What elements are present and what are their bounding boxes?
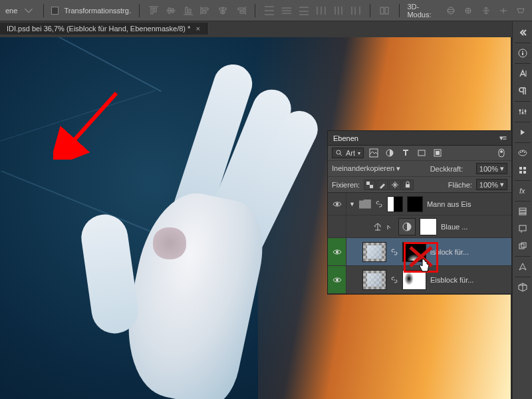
visibility-toggle[interactable]: [328, 238, 346, 265]
visibility-toggle[interactable]: [328, 215, 346, 237]
notes-panel-icon[interactable]: [513, 220, 532, 237]
lock-transparency-icon[interactable]: [364, 180, 376, 190]
adjustment-mask-thumbnail[interactable]: [420, 218, 437, 235]
color-panel-icon[interactable]: [513, 144, 532, 162]
lock-position-icon[interactable]: [389, 180, 401, 190]
roll-3d-icon[interactable]: [462, 5, 474, 17]
lock-fill-row: Fixieren: Fläche: 100%▾: [328, 177, 511, 193]
align-vcenter-icon[interactable]: [165, 5, 177, 17]
align-right-icon[interactable]: [235, 5, 247, 17]
navigator-panel-icon[interactable]: [513, 258, 532, 275]
filter-pixel-icon[interactable]: [368, 148, 380, 158]
layer-list: ▼ Mann aus Eis Blaue ...: [328, 193, 511, 294]
auto-align-icon[interactable]: [378, 5, 390, 17]
layer-row[interactable]: Eisblock für...: [328, 266, 511, 294]
distribute-hcenter-icon[interactable]: [332, 5, 344, 17]
svg-rect-15: [523, 167, 526, 170]
layer-name[interactable]: isblock für...: [430, 248, 511, 256]
zoom-3d-icon[interactable]: [515, 5, 527, 17]
options-bar: ene Transformationsstrg. 3D-Modus:: [0, 0, 532, 21]
distribute-top-icon[interactable]: [263, 5, 275, 17]
layer-filter-row: Art ▾: [328, 146, 511, 161]
slide-3d-icon[interactable]: [497, 5, 509, 17]
distribute-right-icon[interactable]: [350, 5, 362, 17]
opacity-input[interactable]: 100%▾: [476, 163, 507, 174]
svg-point-36: [336, 203, 338, 205]
layer-name[interactable]: Eisblock für...: [430, 276, 511, 284]
lock-all-icon[interactable]: [402, 180, 414, 190]
distribute-left-icon[interactable]: [315, 5, 327, 17]
opacity-label: Deckkraft:: [430, 165, 464, 173]
rail-expand-icon[interactable]: [513, 24, 532, 41]
blend-mode-dropdown[interactable]: Ineinanderkopieren ▾: [332, 164, 417, 173]
info-panel-icon[interactable]: [513, 45, 532, 62]
right-panel-rail: fx: [512, 21, 532, 399]
adjustments-panel-icon[interactable]: [513, 103, 532, 120]
panel-tab-bar: Ebenen ▾≡: [328, 131, 511, 146]
layer-group-row[interactable]: ▼ Mann aus Eis: [328, 193, 511, 215]
align-hcenter-icon[interactable]: [217, 5, 229, 17]
filter-shape-icon[interactable]: [416, 148, 428, 158]
group-collapse-icon[interactable]: ▼: [349, 201, 355, 207]
layer-name[interactable]: Mann aus Eis: [427, 200, 511, 208]
visibility-toggle[interactable]: [328, 266, 346, 293]
layer-name[interactable]: Blaue ...: [441, 223, 511, 231]
divider: [399, 4, 400, 17]
swatches-panel-icon[interactable]: [513, 162, 532, 179]
history-panel-icon[interactable]: [513, 203, 532, 220]
svg-point-12: [522, 151, 523, 152]
panel-menu-icon[interactable]: ▾≡: [499, 134, 506, 142]
styles-panel-icon[interactable]: fx: [513, 182, 532, 200]
adjustment-thumbnail[interactable]: [398, 218, 416, 235]
transform-controls-label: Transformationsstrg.: [64, 7, 130, 15]
layer-thumbnail[interactable]: [362, 242, 386, 262]
layer-row-selected[interactable]: isblock für...: [328, 238, 511, 266]
svg-rect-21: [519, 213, 526, 215]
layers-tab[interactable]: Ebenen: [333, 134, 358, 142]
filter-type-text-icon[interactable]: [400, 148, 412, 158]
align-left-icon[interactable]: [200, 5, 211, 17]
filter-toggle-switch[interactable]: [495, 148, 507, 158]
distribute-bottom-icon[interactable]: [298, 5, 310, 17]
document-tab[interactable]: IDI.psd bei 36,7% (Eisblock für Hand, Eb…: [0, 23, 207, 35]
svg-point-3: [448, 9, 454, 12]
group-mask-thumbnail-2[interactable]: [407, 196, 423, 212]
svg-rect-33: [366, 182, 370, 185]
group-mask-thumbnail[interactable]: [387, 196, 403, 212]
filter-adjustment-icon[interactable]: [384, 148, 396, 158]
layer-mask-thumbnail[interactable]: [402, 242, 426, 262]
svg-line-5: [70, 93, 116, 145]
fill-input[interactable]: 100%▾: [476, 179, 507, 190]
svg-rect-1: [385, 7, 388, 14]
options-label-truncated: ene: [5, 7, 17, 15]
3d-panel-icon[interactable]: [513, 279, 532, 296]
filter-type-dropdown[interactable]: Art ▾: [332, 148, 364, 158]
blend-opacity-row: Ineinanderkopieren ▾ Deckkraft: 100%▾: [328, 161, 511, 177]
actions-panel-icon[interactable]: [513, 124, 532, 141]
transform-controls-checkbox[interactable]: [51, 7, 59, 15]
svg-rect-14: [519, 167, 522, 170]
align-bottom-icon[interactable]: [182, 5, 194, 17]
pan-3d-icon[interactable]: [480, 5, 492, 17]
fill-label: Fläche:: [448, 181, 472, 189]
svg-rect-35: [406, 184, 410, 188]
clone-source-panel-icon[interactable]: [513, 237, 532, 255]
options-dropdown[interactable]: [23, 5, 35, 17]
svg-rect-17: [523, 171, 526, 174]
close-icon[interactable]: ×: [196, 25, 200, 33]
align-top-icon[interactable]: [148, 5, 160, 17]
divider: [370, 4, 370, 17]
orbit-3d-icon[interactable]: [445, 5, 457, 17]
clip-icon: [386, 223, 394, 231]
paragraph-panel-icon[interactable]: [513, 82, 532, 100]
layer-thumbnail[interactable]: [362, 270, 386, 290]
lock-pixels-icon[interactable]: [376, 180, 388, 190]
filter-smart-icon[interactable]: [432, 148, 444, 158]
visibility-toggle[interactable]: [328, 193, 346, 215]
layer-mask-thumbnail[interactable]: [402, 270, 426, 290]
character-panel-icon[interactable]: [513, 65, 532, 82]
distribute-vcenter-icon[interactable]: [281, 5, 293, 17]
svg-point-11: [520, 152, 521, 153]
adjustment-layer-row[interactable]: Blaue ...: [328, 215, 511, 238]
svg-rect-28: [418, 150, 425, 156]
